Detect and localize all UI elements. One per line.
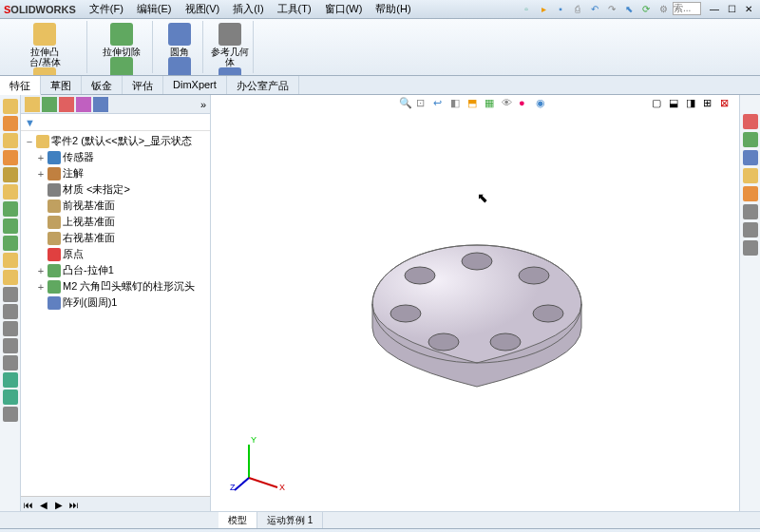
tree-tab-feature-icon[interactable] xyxy=(25,97,40,112)
tree-item-3[interactable]: 前视基准面 xyxy=(23,198,208,214)
vp-close-icon[interactable]: ⊠ xyxy=(720,97,735,112)
tree-prev-icon[interactable]: ◀ xyxy=(36,497,51,512)
zoom-area-icon[interactable]: ⊡ xyxy=(416,97,431,112)
tree-last-icon[interactable]: ⏭ xyxy=(66,497,82,512)
options-icon[interactable]: ⚙ xyxy=(656,2,671,17)
left-tool-17[interactable] xyxy=(3,390,18,405)
left-tool-8[interactable] xyxy=(3,236,18,251)
tree-next-icon[interactable]: ▶ xyxy=(51,497,66,512)
tree-tab-display-icon[interactable] xyxy=(93,97,108,112)
ribbon-曲线[interactable]: 曲线 xyxy=(211,67,249,76)
right-tool-5[interactable] xyxy=(743,204,758,219)
right-tool-7[interactable] xyxy=(743,240,758,256)
tab-特征[interactable]: 特征 xyxy=(0,76,41,95)
orientation-triad[interactable]: Y X Z xyxy=(230,435,287,492)
right-tool-6[interactable] xyxy=(743,222,758,238)
left-tool-1[interactable] xyxy=(3,116,18,131)
left-tool-14[interactable] xyxy=(3,338,18,353)
open-icon[interactable]: ▸ xyxy=(536,2,551,17)
select-icon[interactable]: ⬉ xyxy=(621,2,636,17)
tab-DimXpert[interactable]: DimXpert xyxy=(163,76,227,94)
tree-first-icon[interactable]: ⏮ xyxy=(21,497,36,512)
filter-icon[interactable]: ▼ xyxy=(25,117,35,128)
left-tool-16[interactable] xyxy=(3,372,18,388)
search-input[interactable] xyxy=(673,2,701,15)
view-orient-icon[interactable]: ⬒ xyxy=(467,97,483,112)
section-view-icon[interactable]: ◧ xyxy=(450,97,466,112)
graphics-viewport[interactable]: 🔍 ⊡ ↩ ◧ ⬒ ▦ 👁 ● ◉ ▢ ⬓ ◨ ⊞ ⊠ xyxy=(211,95,739,511)
right-tool-3[interactable] xyxy=(743,168,758,183)
left-tool-2[interactable] xyxy=(3,133,18,148)
left-tool-0[interactable] xyxy=(3,99,18,114)
bottom-tab-0[interactable]: 模型 xyxy=(218,512,257,528)
tree-item-8[interactable]: +M2 六角凹头螺钉的柱形沉头 xyxy=(23,278,208,294)
left-tool-9[interactable] xyxy=(3,253,18,268)
zoom-fit-icon[interactable]: 🔍 xyxy=(399,97,414,112)
left-tool-18[interactable] xyxy=(3,407,18,422)
ribbon-圆角[interactable]: 圆角 xyxy=(161,23,199,57)
menu-5[interactable]: 窗口(W) xyxy=(319,0,369,18)
right-tool-1[interactable] xyxy=(743,132,758,147)
vp-vert-icon[interactable]: ◨ xyxy=(686,97,701,112)
tab-办公室产品[interactable]: 办公室产品 xyxy=(227,76,299,94)
left-tool-10[interactable] xyxy=(3,270,18,285)
appearance-icon[interactable]: ● xyxy=(519,97,534,112)
left-tool-7[interactable] xyxy=(3,218,18,234)
tab-草图[interactable]: 草图 xyxy=(41,76,82,94)
menu-3[interactable]: 插入(I) xyxy=(227,0,269,18)
vp-horiz-icon[interactable]: ⬓ xyxy=(669,97,684,112)
menu-6[interactable]: 帮助(H) xyxy=(370,0,416,18)
left-tool-4[interactable] xyxy=(3,167,18,182)
bottom-tab-1[interactable]: 运动算例 1 xyxy=(257,512,323,528)
hide-show-icon[interactable]: 👁 xyxy=(502,97,517,112)
ribbon-异型孔向导[interactable]: 异型孔向导 xyxy=(103,57,141,76)
tree-item-1[interactable]: +注解 xyxy=(23,165,208,181)
display-style-icon[interactable]: ▦ xyxy=(484,97,500,112)
save-icon[interactable]: ▪ xyxy=(553,2,568,17)
new-icon[interactable]: ▫ xyxy=(519,2,534,17)
right-tool-0[interactable] xyxy=(743,114,758,129)
right-tool-4[interactable] xyxy=(743,186,758,201)
prev-view-icon[interactable]: ↩ xyxy=(433,97,448,112)
left-tool-6[interactable] xyxy=(3,201,18,217)
tab-钣金[interactable]: 钣金 xyxy=(82,76,123,94)
ribbon-参考几何体[interactable]: 参考几何体 xyxy=(211,23,249,67)
left-tool-15[interactable] xyxy=(3,355,18,370)
ribbon-拉伸切除[interactable]: 拉伸切除 xyxy=(103,23,141,57)
tree-item-5[interactable]: 右视基准面 xyxy=(23,230,208,246)
left-tool-13[interactable] xyxy=(3,321,18,336)
left-tool-5[interactable] xyxy=(3,184,18,200)
print-icon[interactable]: ⎙ xyxy=(570,2,585,17)
redo-icon[interactable]: ↷ xyxy=(604,2,619,17)
close-icon[interactable]: ✕ xyxy=(741,2,756,17)
tree-item-0[interactable]: +传感器 xyxy=(23,149,208,165)
tree-tab-config-icon[interactable] xyxy=(59,97,74,112)
menu-4[interactable]: 工具(T) xyxy=(272,0,317,18)
ribbon-线性阵列[interactable]: 线性阵列 xyxy=(161,57,199,76)
menu-1[interactable]: 编辑(E) xyxy=(131,0,178,18)
undo-icon[interactable]: ↶ xyxy=(587,2,602,17)
tree-item-7[interactable]: +凸台-拉伸1 xyxy=(23,262,208,278)
menu-0[interactable]: 文件(F) xyxy=(84,0,129,18)
tree-item-2[interactable]: 材质 <未指定> xyxy=(23,181,208,198)
left-tool-11[interactable] xyxy=(3,287,18,302)
minimize-icon[interactable]: — xyxy=(707,2,722,17)
left-tool-3[interactable] xyxy=(3,150,18,165)
tab-评估[interactable]: 评估 xyxy=(123,76,163,94)
vp-single-icon[interactable]: ▢ xyxy=(652,97,667,112)
scene-icon[interactable]: ◉ xyxy=(536,97,551,112)
maximize-icon[interactable]: ☐ xyxy=(724,2,739,17)
tree-tab-property-icon[interactable] xyxy=(42,97,57,112)
vp-quad-icon[interactable]: ⊞ xyxy=(703,97,718,112)
tree-item-4[interactable]: 上视基准面 xyxy=(23,214,208,230)
rebuild-icon[interactable]: ⟳ xyxy=(638,2,654,17)
tree-expand-icon[interactable]: » xyxy=(200,99,206,110)
left-tool-12[interactable] xyxy=(3,304,18,319)
right-tool-2[interactable] xyxy=(743,150,758,165)
tree-root[interactable]: −零件2 (默认<<默认>_显示状态 xyxy=(23,133,208,149)
tree-item-9[interactable]: 阵列(圆周)1 xyxy=(23,294,208,311)
ribbon-旋转凸台/基体[interactable]: 旋转凸台/基体 xyxy=(26,67,64,76)
ribbon-拉伸凸台/基体[interactable]: 拉伸凸台/基体 xyxy=(26,23,64,67)
tree-item-6[interactable]: 原点 xyxy=(23,246,208,262)
menu-2[interactable]: 视图(V) xyxy=(180,0,226,18)
